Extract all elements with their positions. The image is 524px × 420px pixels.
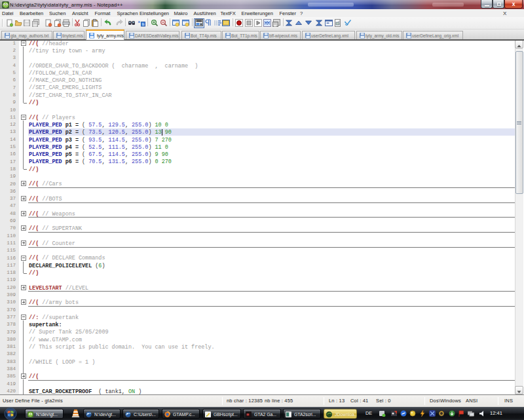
svg-text:a: a [138, 20, 141, 24]
svg-text:G: G [247, 413, 249, 416]
